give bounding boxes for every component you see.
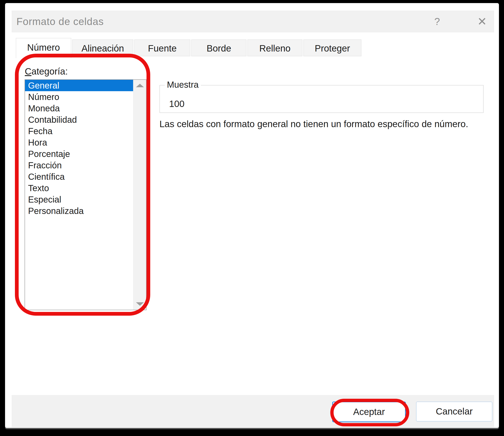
sample-label: Muestra <box>165 80 201 90</box>
dialog-titlebar: Formato de celdas ? ✕ <box>12 10 494 32</box>
list-item-fraccion[interactable]: Fracción <box>25 160 133 171</box>
category-label-accesskey: C <box>25 66 31 76</box>
list-item-general[interactable]: General <box>25 80 133 91</box>
tab-numero[interactable]: Número <box>16 38 71 58</box>
cancel-button[interactable]: Cancelar <box>416 402 492 422</box>
sample-groupbox: Muestra 100 <box>159 85 484 113</box>
close-icon[interactable]: ✕ <box>473 10 491 32</box>
list-item-cientifica[interactable]: Científica <box>25 171 133 182</box>
list-item-texto[interactable]: Texto <box>25 182 133 194</box>
tab-proteger[interactable]: Proteger <box>303 39 361 56</box>
scroll-down-icon[interactable] <box>136 302 144 306</box>
tab-alineacion[interactable]: Alineación <box>72 39 133 56</box>
list-item-contabilidad[interactable]: Contabilidad <box>25 114 133 125</box>
list-item-personalizada[interactable]: Personalizada <box>25 205 133 217</box>
tab-relleno[interactable]: Relleno <box>247 39 302 56</box>
list-item-especial[interactable]: Especial <box>25 194 133 205</box>
format-description: Las celdas con formato general no tienen… <box>159 119 497 129</box>
format-cells-dialog: Formato de celdas ? ✕ Número Alineación … <box>5 3 499 428</box>
category-label: Categoría: <box>25 66 68 77</box>
accept-button[interactable]: Aceptar <box>332 402 406 422</box>
dialog-title: Formato de celdas <box>17 10 104 32</box>
listbox-scrollbar[interactable] <box>133 80 146 310</box>
list-item-numero[interactable]: Número <box>25 91 133 103</box>
screenshot-frame: Formato de celdas ? ✕ Número Alineación … <box>0 0 504 436</box>
list-item-fecha[interactable]: Fecha <box>25 125 133 137</box>
list-item-porcentaje[interactable]: Porcentaje <box>25 148 133 160</box>
scroll-up-icon[interactable] <box>136 84 144 87</box>
tab-borde[interactable]: Borde <box>191 39 246 56</box>
tab-fuente[interactable]: Fuente <box>134 39 190 56</box>
category-label-rest: ategoría: <box>31 66 68 76</box>
list-item-moneda[interactable]: Moneda <box>25 103 133 114</box>
list-item-hora[interactable]: Hora <box>25 137 133 148</box>
category-listbox[interactable]: General Número Moneda Contabilidad Fecha… <box>25 79 147 310</box>
sample-value: 100 <box>169 99 185 109</box>
help-icon[interactable]: ? <box>429 10 445 32</box>
